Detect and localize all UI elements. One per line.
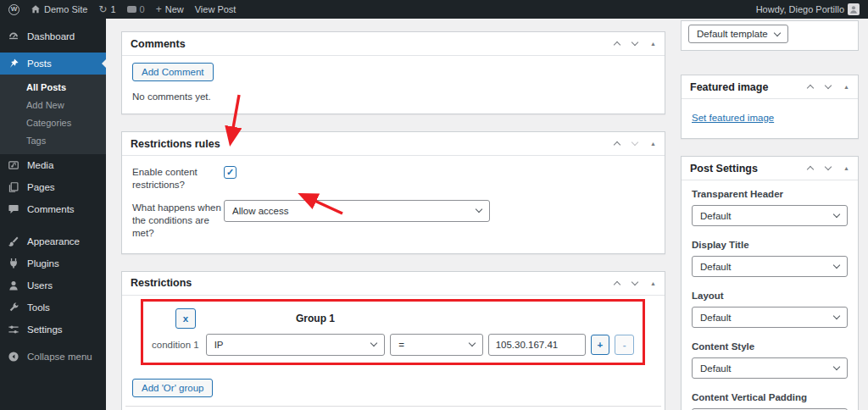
selected-value: Default <box>700 313 731 323</box>
metabox-header: Comments ▲ <box>122 32 665 56</box>
sidebar-item-pages[interactable]: Pages <box>0 176 106 198</box>
collapse-toggle-icon[interactable]: ▲ <box>843 165 849 171</box>
template-select[interactable]: Default template <box>688 25 788 43</box>
plugin-icon <box>8 258 19 269</box>
sidebar-item-appearance[interactable]: Appearance <box>0 230 106 252</box>
update-icon: ↻ <box>98 4 107 14</box>
sidebar-label: Dashboard <box>27 31 75 42</box>
move-down-icon[interactable] <box>632 39 638 46</box>
move-down-icon[interactable] <box>632 139 638 146</box>
submenu-item-categories[interactable]: Categories <box>0 114 106 131</box>
sidebar-item-comments[interactable]: Comments <box>0 198 106 220</box>
submenu-item-tags[interactable]: Tags <box>0 131 106 149</box>
site-name-label: Demo Site <box>44 4 87 14</box>
remove-group-button[interactable]: x <box>175 308 196 329</box>
template-panel: Default template <box>681 20 859 51</box>
chevron-down-icon <box>468 340 475 346</box>
comments-link[interactable]: 0 <box>127 4 145 14</box>
wordpress-admin-page: Demo Site ↻ 1 0 + New View Post Howdy, D… <box>0 0 868 410</box>
chevron-down-icon <box>370 340 377 346</box>
divider <box>125 406 661 407</box>
collapse-toggle-icon[interactable]: ▲ <box>650 41 656 47</box>
enable-restrictions-checkbox[interactable] <box>224 166 236 179</box>
conditions-action-select[interactable]: Allow access <box>224 200 490 222</box>
site-name-link[interactable]: Demo Site <box>31 4 87 14</box>
media-icon <box>8 159 19 171</box>
user-icon <box>8 280 19 291</box>
field-label: Content Style <box>692 341 848 352</box>
metabox-header: Post Settings ▲ <box>682 157 858 180</box>
metabox-title: Featured image <box>690 81 808 93</box>
field-label: Layout <box>692 291 848 301</box>
move-up-icon[interactable] <box>614 42 620 48</box>
collapse-toggle-icon[interactable]: ▲ <box>650 141 656 147</box>
selected-value: Default template <box>697 29 768 39</box>
wp-logo-button[interactable] <box>8 4 19 15</box>
sidebar-item-posts[interactable]: Posts <box>0 53 106 75</box>
layout-select[interactable]: Default <box>692 307 848 328</box>
conditions-action-label: What happens when the conditions are met… <box>132 200 224 240</box>
submenu-item-all-posts[interactable]: All Posts <box>0 78 106 96</box>
move-up-icon[interactable] <box>807 166 814 173</box>
set-featured-image-link[interactable]: Set featured image <box>692 113 774 123</box>
view-post-link[interactable]: View Post <box>195 4 236 14</box>
sidebar-item-dashboard[interactable]: Dashboard <box>0 25 106 47</box>
sidebar-label: Collapse menu <box>27 352 92 362</box>
new-content-button[interactable]: + New <box>156 4 184 14</box>
wrench-icon <box>8 302 19 313</box>
group-title: Group 1 <box>296 313 335 324</box>
sidebar-item-plugins[interactable]: Plugins <box>0 252 106 274</box>
field-label: Transparent Header <box>692 189 848 199</box>
move-up-icon[interactable] <box>807 85 814 91</box>
add-condition-button[interactable]: + <box>591 335 610 355</box>
chevron-down-icon <box>476 206 482 213</box>
selected-value: IP <box>214 340 224 350</box>
metabox-title: Comments <box>131 38 615 50</box>
condition-operator-select[interactable]: = <box>390 334 482 356</box>
admin-menu: Dashboard Posts All Posts Add New Catego… <box>0 19 106 410</box>
submenu-item-add-new[interactable]: Add New <box>0 96 106 114</box>
transparent-header-select[interactable]: Default <box>692 205 848 226</box>
move-down-icon[interactable] <box>825 82 832 89</box>
new-label: New <box>165 4 184 14</box>
sidebar-item-settings[interactable]: Settings <box>0 319 106 341</box>
move-up-icon[interactable] <box>614 280 620 287</box>
field-label: Content Vertical Padding <box>692 392 848 402</box>
sidebar-label: Posts <box>27 58 52 69</box>
metabox-header: Restrictions ▲ <box>122 272 665 296</box>
condition-value-input[interactable] <box>488 334 586 356</box>
move-down-icon[interactable] <box>632 278 638 285</box>
account-menu[interactable]: Howdy, Diego Portillo <box>756 3 860 15</box>
sidebar-item-media[interactable]: Media <box>0 154 106 176</box>
chevron-down-icon <box>833 211 840 218</box>
chevron-down-icon <box>833 262 840 269</box>
chevron-down-icon <box>833 363 840 370</box>
collapse-toggle-icon[interactable]: ▲ <box>650 280 656 286</box>
add-comment-button[interactable]: Add Comment <box>132 63 214 81</box>
remove-condition-button[interactable]: - <box>615 335 634 355</box>
move-down-icon[interactable] <box>825 163 832 170</box>
chevron-down-icon <box>774 29 781 36</box>
featured-image-metabox: Featured image ▲ Set featured image <box>681 75 859 139</box>
metabox-title: Restrictions <box>131 277 615 289</box>
metabox-header: Featured image ▲ <box>682 75 858 99</box>
update-count: 1 <box>110 4 115 14</box>
updates-link[interactable]: ↻ 1 <box>98 4 115 14</box>
appearance-brush-icon <box>8 235 19 247</box>
sidebar-label: Comments <box>27 204 75 214</box>
add-or-group-button[interactable]: Add 'Or' group <box>132 379 213 397</box>
move-up-icon[interactable] <box>614 141 620 148</box>
collapse-menu-button[interactable]: Collapse menu <box>0 346 106 368</box>
content-style-select[interactable]: Default <box>692 357 848 379</box>
sidebar-item-users[interactable]: Users <box>0 274 106 296</box>
sidebar-item-tools[interactable]: Tools <box>0 296 106 319</box>
restrictions-rules-metabox: Restrictions rules ▲ Enable content rest… <box>121 131 665 254</box>
pages-icon <box>8 181 19 193</box>
metabox-title: Restrictions rules <box>131 138 615 150</box>
condition-type-select[interactable]: IP <box>206 334 386 356</box>
comment-count: 0 <box>140 4 145 14</box>
display-title-select[interactable]: Default <box>692 256 848 277</box>
home-icon <box>31 4 41 14</box>
settings-sliders-icon <box>8 324 19 335</box>
collapse-toggle-icon[interactable]: ▲ <box>843 84 849 90</box>
